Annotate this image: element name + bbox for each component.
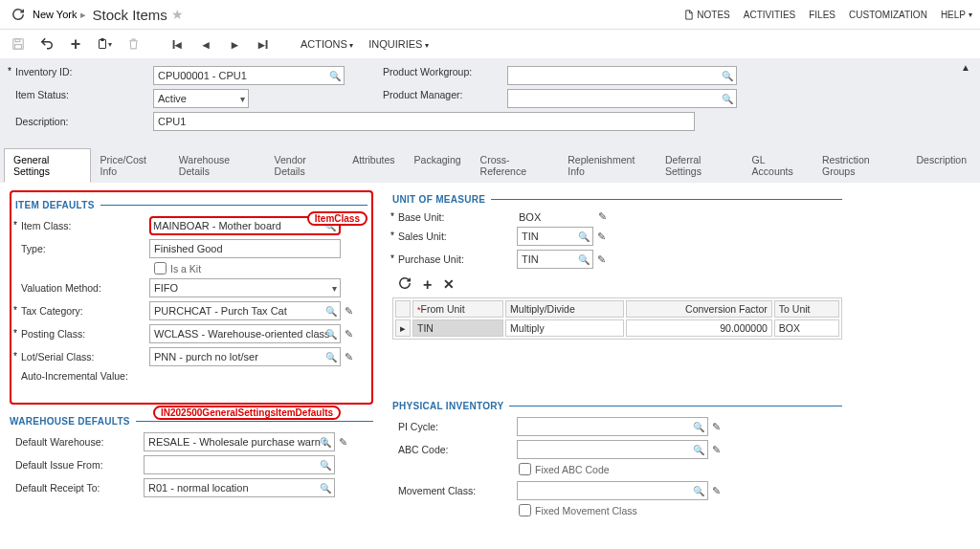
next-icon[interactable]: ▸	[224, 33, 245, 55]
activities-link[interactable]: ACTIVITIES	[744, 10, 795, 20]
tab-replenishment[interactable]: Replenishment Info	[558, 148, 656, 183]
tab-vendor-details[interactable]: Vendor Details	[265, 148, 344, 183]
type-field[interactable]: Finished Good	[149, 239, 341, 258]
valuation-field[interactable]: FIFO▾	[149, 278, 341, 297]
grid-delete-icon[interactable]: ✕	[443, 276, 455, 294]
refresh-icon[interactable]	[8, 4, 29, 25]
edit-icon[interactable]: ✎	[597, 253, 606, 266]
row-pointer-icon: ▸	[395, 319, 411, 337]
abc-code-field[interactable]: 🔍	[517, 440, 708, 459]
edit-icon[interactable]: ✎	[598, 210, 607, 223]
cell-op[interactable]: Multiply	[505, 319, 624, 337]
prev-icon[interactable]: ◂	[195, 33, 216, 55]
pi-cycle-field[interactable]: 🔍	[517, 417, 708, 436]
col-from-unit[interactable]: *From Unit	[412, 300, 503, 318]
tab-general-settings[interactable]: General Settings	[4, 148, 91, 183]
lookup-icon[interactable]: 🔍	[329, 71, 341, 81]
table-row[interactable]: ▸ TIN Multiply 90.000000 BOX	[395, 319, 839, 337]
help-link[interactable]: HELP	[941, 10, 972, 20]
lookup-icon[interactable]: 🔍	[320, 483, 331, 494]
lookup-icon[interactable]: 🔍	[693, 486, 704, 496]
lookup-icon[interactable]: 🔍	[722, 94, 733, 104]
edit-icon[interactable]: ✎	[345, 351, 353, 363]
save-icon[interactable]	[8, 33, 29, 55]
lot-serial-field[interactable]: PNN - purch no lot/ser🔍	[149, 347, 341, 366]
lookup-icon[interactable]: 🔍	[320, 437, 331, 448]
actions-menu[interactable]: ACTIONS	[297, 38, 357, 50]
add-icon[interactable]: +	[65, 33, 86, 55]
fixed-abc-checkbox[interactable]	[519, 463, 531, 475]
inventory-id-field[interactable]: CPU00001 - CPU1🔍	[153, 66, 345, 85]
svg-rect-1	[15, 39, 20, 42]
collapse-icon[interactable]: ▲	[961, 62, 970, 73]
lookup-icon[interactable]: 🔍	[325, 329, 337, 340]
is-kit-checkbox[interactable]	[154, 262, 167, 274]
tab-cross-reference[interactable]: Cross-Reference	[471, 148, 559, 183]
pi-cycle-label: PI Cycle:	[392, 421, 517, 432]
tab-deferral[interactable]: Deferral Settings	[656, 148, 743, 183]
item-status-field[interactable]: Active▾	[153, 89, 249, 108]
posting-class-field[interactable]: WCLASS - Warehouse-oriented class🔍	[149, 324, 341, 343]
lookup-icon[interactable]: 🔍	[693, 445, 704, 455]
lookup-icon[interactable]: 🔍	[722, 71, 733, 81]
col-multiply-divide[interactable]: Multiply/Divide	[505, 300, 624, 318]
edit-icon[interactable]: ✎	[712, 421, 721, 433]
cell-to-unit[interactable]: BOX	[774, 319, 839, 337]
tab-price-cost[interactable]: Price/Cost Info	[91, 148, 169, 183]
movement-class-field[interactable]: 🔍	[517, 481, 708, 500]
default-issue-field[interactable]: 🔍	[144, 455, 335, 474]
manager-field[interactable]: 🔍	[507, 89, 737, 108]
tab-strip: General Settings Price/Cost Info Warehou…	[0, 148, 980, 183]
delete-icon[interactable]	[122, 33, 144, 55]
tab-description[interactable]: Description	[906, 148, 976, 183]
lookup-icon[interactable]: 🔍	[693, 422, 704, 432]
grid-add-icon[interactable]: +	[423, 276, 432, 294]
default-warehouse-field[interactable]: RESALE - Wholesale purchase warn t🔍	[144, 432, 335, 451]
undo-icon[interactable]	[36, 33, 57, 55]
workgroup-field[interactable]: 🔍	[507, 66, 737, 85]
tab-attributes[interactable]: Attributes	[343, 148, 404, 183]
edit-icon[interactable]: ✎	[712, 485, 721, 497]
uom-grid[interactable]: *From Unit Multiply/Divide Conversion Fa…	[392, 297, 842, 340]
notes-link[interactable]: NOTES	[683, 9, 729, 21]
dropdown-icon[interactable]: ▾	[240, 94, 245, 104]
lookup-icon[interactable]: 🔍	[578, 254, 590, 265]
edit-icon[interactable]: ✎	[597, 231, 606, 243]
default-receipt-label: Default Receipt To:	[10, 482, 144, 494]
customization-link[interactable]: CUSTOMIZATION	[849, 10, 927, 20]
tab-gl-accounts[interactable]: GL Accounts	[743, 148, 813, 183]
cell-factor[interactable]: 90.000000	[626, 319, 772, 337]
inquiries-menu[interactable]: INQUIRIES	[365, 38, 432, 50]
edit-icon[interactable]: ✎	[339, 436, 347, 449]
clipboard-icon[interactable]	[94, 33, 115, 55]
edit-icon[interactable]: ✎	[345, 305, 353, 318]
tax-category-label: Tax Category:	[15, 305, 149, 317]
tab-warehouse-details[interactable]: Warehouse Details	[169, 148, 265, 183]
tab-restriction[interactable]: Restriction Groups	[813, 148, 907, 183]
grid-refresh-icon[interactable]	[398, 276, 412, 294]
fixed-movement-checkbox[interactable]	[519, 504, 531, 516]
description-field[interactable]: CPU1	[153, 112, 695, 131]
purchase-unit-field[interactable]: TIN🔍	[517, 250, 593, 269]
default-receipt-field[interactable]: R01 - normal location🔍	[144, 478, 335, 497]
first-icon[interactable]: I◂	[167, 33, 188, 55]
lookup-icon[interactable]: 🔍	[578, 231, 590, 242]
files-link[interactable]: FILES	[809, 10, 835, 20]
sales-unit-field[interactable]: TIN🔍	[517, 227, 593, 246]
col-conversion-factor[interactable]: Conversion Factor	[626, 300, 772, 318]
lookup-icon[interactable]: 🔍	[325, 306, 337, 317]
col-to-unit[interactable]: To Unit	[774, 300, 839, 318]
lookup-icon[interactable]: 🔍	[325, 352, 337, 362]
edit-icon[interactable]: ✎	[712, 444, 721, 456]
last-icon[interactable]: ▸I	[253, 33, 274, 55]
dropdown-icon[interactable]: ▾	[332, 283, 337, 294]
edit-icon[interactable]: ✎	[345, 328, 353, 340]
tab-packaging[interactable]: Packaging	[405, 148, 471, 183]
lookup-icon[interactable]: 🔍	[320, 460, 331, 471]
chevron-right-icon: ▸	[80, 9, 86, 21]
favorite-icon[interactable]: ★	[171, 7, 184, 22]
cell-from-unit[interactable]: TIN	[412, 319, 503, 337]
tax-category-field[interactable]: PURCHCAT - Purch Tax Cat🔍	[149, 301, 341, 320]
breadcrumb[interactable]: New York	[33, 9, 77, 20]
annotation-itemclass: ItemClass	[307, 211, 368, 226]
